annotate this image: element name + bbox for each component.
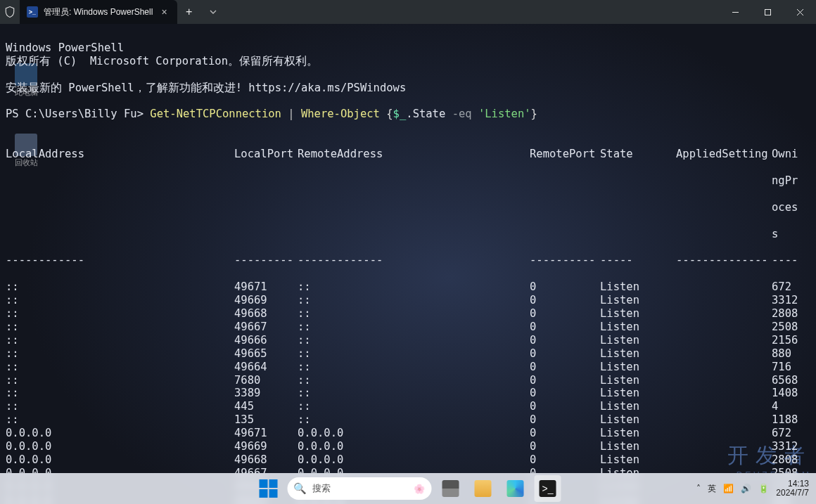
- table-row: ::49666::0Listen2156: [6, 334, 810, 347]
- wifi-icon[interactable]: 📶: [723, 484, 734, 493]
- ps-banner-line2: 版权所有 (C) Microsoft Corporation。保留所有权利。: [6, 55, 318, 67]
- table-row: 0.0.0.0496710.0.0.00Listen672: [6, 427, 810, 440]
- table-row: 0.0.0.0496690.0.0.00Listen3312: [6, 440, 810, 453]
- table-row: 0.0.0.0496680.0.0.00Listen2808: [6, 453, 810, 467]
- prompt-line: PS C:\Users\Billy Fu> Get-NetTCPConnecti…: [6, 108, 537, 120]
- task-view-button[interactable]: [438, 475, 464, 502]
- close-window-button[interactable]: [784, 0, 816, 24]
- table-row: ::7680::0Listen6568: [6, 374, 810, 387]
- system-tray[interactable]: ˄ 英 📶 🔊 🔋 14:132024/7/7: [696, 479, 809, 498]
- ime-indicator[interactable]: 英: [708, 483, 716, 495]
- table-header: LocalAddressLocalPortRemoteAddressRemote…: [6, 148, 810, 161]
- table-row: ::49664::0Listen716: [6, 361, 810, 374]
- file-explorer-button[interactable]: [470, 475, 497, 502]
- edge-button[interactable]: [502, 475, 529, 502]
- start-button[interactable]: [255, 475, 282, 502]
- admin-shield-icon: [0, 0, 20, 24]
- table-row: ::3389::0Listen1408: [6, 387, 810, 400]
- table-dashes: ----------------------------------------…: [6, 254, 810, 267]
- table-row: ::135::0Listen1188: [6, 413, 810, 427]
- volume-icon[interactable]: 🔊: [741, 484, 751, 493]
- minimize-button[interactable]: [719, 0, 751, 24]
- titlebar-drag-region[interactable]: [225, 0, 719, 24]
- tab-close-button[interactable]: ×: [158, 6, 170, 18]
- ps-banner-line1: Windows PowerShell: [6, 41, 124, 54]
- table-row: ::49668::0Listen2808: [6, 307, 810, 321]
- tab-active[interactable]: >_ 管理员: Windows PowerShell ×: [20, 0, 177, 24]
- output-table: LocalAddressLocalPortRemoteAddressRemote…: [6, 134, 810, 504]
- table-row: ::445::0Listen4: [6, 400, 810, 413]
- table-row: ::49669::0Listen3312: [6, 294, 810, 307]
- svg-rect-1: [765, 9, 770, 15]
- new-tab-button[interactable]: +: [177, 0, 201, 24]
- maximize-button[interactable]: [751, 0, 784, 24]
- search-decoration-icon: 🌸: [414, 484, 425, 494]
- clock[interactable]: 14:132024/7/7: [776, 479, 809, 498]
- taskbar-search[interactable]: 🔍 搜索 🌸: [288, 477, 432, 500]
- terminal-taskbar-button[interactable]: >_: [535, 475, 561, 502]
- ps-banner-line3: 安装最新的 PowerShell，了解新功能和改进! https://aka.m…: [6, 82, 406, 94]
- search-placeholder: 搜索: [312, 482, 331, 495]
- taskbar[interactable]: 🔍 搜索 🌸 >_ ˄ 英 📶 🔊 🔋 14:132024/7/7: [0, 473, 816, 504]
- battery-icon[interactable]: 🔋: [758, 484, 769, 493]
- tab-title: 管理员: Windows PowerShell: [44, 6, 153, 18]
- tray-overflow-icon[interactable]: ˄: [696, 484, 701, 493]
- search-icon: 🔍: [293, 482, 307, 495]
- tab-dropdown-button[interactable]: [201, 0, 225, 24]
- table-row: ::49667::0Listen2508: [6, 321, 810, 334]
- window-titlebar[interactable]: >_ 管理员: Windows PowerShell × +: [0, 0, 816, 24]
- terminal-output[interactable]: Windows PowerShell 版权所有 (C) Microsoft Co…: [0, 24, 816, 504]
- table-row: ::49671::0Listen672: [6, 280, 810, 294]
- powershell-icon: >_: [27, 6, 38, 18]
- table-row: ::49665::0Listen880: [6, 347, 810, 361]
